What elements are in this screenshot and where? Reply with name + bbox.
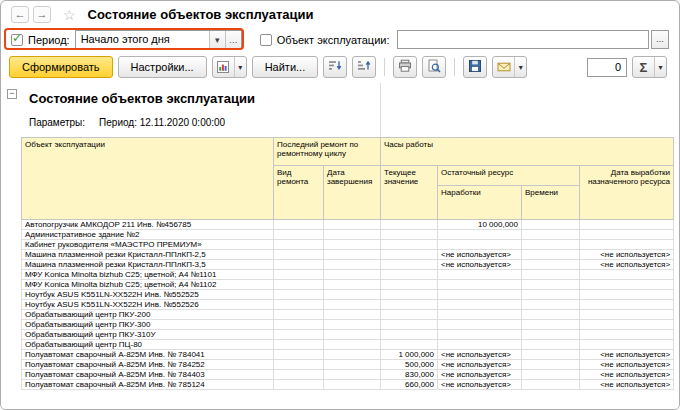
cell-resource-date[interactable] [580,220,674,230]
print-button[interactable] [393,56,417,78]
cell-object[interactable]: Административное здание №2 [22,230,274,240]
cell-resource-date[interactable]: <не используется> [580,350,674,360]
cell-current-value[interactable] [381,330,438,340]
table-row[interactable]: Кабинет руководителя «МАЭСТРО ПРЕМИУМ» [22,240,674,250]
table-row[interactable]: МФУ Konica Minolta bizhub C25; цветной; … [22,270,674,280]
col-header-object[interactable]: Объект эксплуатации [22,138,274,220]
chevron-down-icon[interactable]: ▾ [654,57,666,77]
cell-time[interactable] [522,330,580,340]
cell-repair-kind[interactable] [274,260,324,270]
favorite-star-icon[interactable]: ☆ [63,7,76,23]
table-row[interactable]: МФУ Konica Minolta bizhub C25; цветной; … [22,280,674,290]
cell-current-value[interactable] [381,260,438,270]
cell-runtime[interactable] [438,280,522,290]
cell-time[interactable] [522,230,580,240]
cell-repair-kind[interactable] [274,320,324,330]
cell-resource-date[interactable] [580,290,674,300]
find-button[interactable]: Найти... [252,56,319,78]
cell-time[interactable] [522,310,580,320]
col-header-repair-kind[interactable]: Вид ремонта [274,166,324,220]
cell-object[interactable]: Машина плазменной резки Кристалл-ППлКП-3… [22,260,274,270]
cell-current-value[interactable] [381,240,438,250]
cell-object[interactable]: Автопогрузчик АМКОДОР 211 Инв. №456785 [22,220,274,230]
table-row[interactable]: Машина плазменной резки Кристалл-ППлКП-3… [22,260,674,270]
cell-current-value[interactable] [381,280,438,290]
cell-runtime[interactable]: <не используется> [438,260,522,270]
cell-runtime[interactable] [438,290,522,300]
cell-resource-date[interactable] [580,310,674,320]
cell-time[interactable] [522,240,580,250]
cell-repair-date[interactable] [324,310,381,320]
cell-repair-date[interactable] [324,380,381,390]
cell-time[interactable] [522,250,580,260]
cell-object[interactable]: Обрабатывающий центр ПКУ-310У [22,330,274,340]
cell-current-value[interactable]: 660,000 [381,380,438,390]
col-header-last-repair[interactable]: Последний ремонт по ремонтному циклу [274,138,381,166]
object-checkbox[interactable] [260,34,272,46]
cell-resource-date[interactable]: <не используется> [580,380,674,390]
cell-runtime[interactable] [438,330,522,340]
cell-repair-date[interactable] [324,370,381,380]
cell-runtime[interactable] [438,340,522,350]
cell-repair-kind[interactable] [274,360,324,370]
table-row[interactable]: Полуавтомат сварочный А-825М Инв. № 7840… [22,350,674,360]
cell-current-value[interactable] [381,220,438,230]
cell-repair-kind[interactable] [274,270,324,280]
table-row[interactable]: Ноутбук ASUS K551LN-XX522H Инв. №552525 [22,290,674,300]
period-combobox[interactable]: Начало этого дня ▾ … [75,30,242,49]
table-row[interactable]: Полуавтомат сварочный А-825М Инв. № 7851… [22,380,674,390]
cell-time[interactable] [522,360,580,370]
cell-resource-date[interactable] [580,280,674,290]
table-row[interactable]: Автопогрузчик АМКОДОР 211 Инв. №45678510… [22,220,674,230]
cell-resource-date[interactable] [580,270,674,280]
cell-current-value[interactable]: 1 000,000 [381,350,438,360]
col-header-resource-date[interactable]: Дата выработки назначенного ресурса [580,166,674,220]
cell-current-value[interactable] [381,300,438,310]
cell-resource-date[interactable] [580,230,674,240]
col-header-repair-date[interactable]: Дата завершения [324,166,381,220]
cell-repair-kind[interactable] [274,300,324,310]
generate-button[interactable]: Сформировать [9,56,113,78]
cell-resource-date[interactable] [580,320,674,330]
cell-resource-date[interactable] [580,340,674,350]
cell-repair-kind[interactable] [274,220,324,230]
table-row[interactable]: Обрабатывающий центр ПКУ-310У [22,330,674,340]
cell-time[interactable] [522,220,580,230]
table-row[interactable]: Полуавтомат сварочный А-825М Инв. № 7842… [22,360,674,370]
cell-current-value[interactable] [381,320,438,330]
cell-time[interactable] [522,300,580,310]
cell-object[interactable]: Машина плазменной резки Кристалл-ППлКП-2… [22,250,274,260]
report-parameters[interactable]: Параметры:Период: 12.11.2020 0:00:00 [29,117,225,128]
sort-descending-button[interactable] [323,56,347,78]
cell-object[interactable]: МФУ Konica Minolta bizhub C25; цветной; … [22,270,274,280]
table-row[interactable]: Административное здание №2 [22,230,674,240]
cell-repair-kind[interactable] [274,370,324,380]
cell-object[interactable]: Обрабатывающий центр ПКУ-300 [22,320,274,330]
cell-repair-kind[interactable] [274,250,324,260]
cell-object[interactable]: Кабинет руководителя «МАЭСТРО ПРЕМИУМ» [22,240,274,250]
cell-resource-date[interactable] [580,240,674,250]
cell-resource-date[interactable] [580,330,674,340]
cell-repair-date[interactable] [324,360,381,370]
cell-repair-date[interactable] [324,320,381,330]
period-choice-button[interactable]: … [225,31,241,48]
cell-repair-date[interactable] [324,270,381,280]
cell-object[interactable]: Полуавтомат сварочный А-825М Инв. № 7842… [22,360,274,370]
cell-object[interactable]: Обрабатывающий центр ПЦ-80 [22,340,274,350]
cell-object[interactable]: Полуавтомат сварочный А-825М Инв. № 7844… [22,370,274,380]
cell-repair-kind[interactable] [274,280,324,290]
sum-button[interactable]: Σ ▾ [632,56,667,78]
chevron-down-icon[interactable]: ▾ [234,57,246,77]
cell-runtime[interactable]: <не используется> [438,360,522,370]
table-row[interactable]: Машина плазменной резки Кристалл-ППлКП-2… [22,250,674,260]
cell-current-value[interactable]: 830,000 [381,370,438,380]
chevron-down-icon[interactable]: ▾ [514,57,526,77]
sort-ascending-button[interactable] [352,56,376,78]
cell-current-value[interactable]: 500,000 [381,360,438,370]
cell-repair-kind[interactable] [274,330,324,340]
autosum-value-field[interactable]: 0 [587,58,627,77]
cell-repair-date[interactable] [324,250,381,260]
cell-time[interactable] [522,340,580,350]
cell-repair-kind[interactable] [274,310,324,320]
cell-runtime[interactable]: <не используется> [438,370,522,380]
